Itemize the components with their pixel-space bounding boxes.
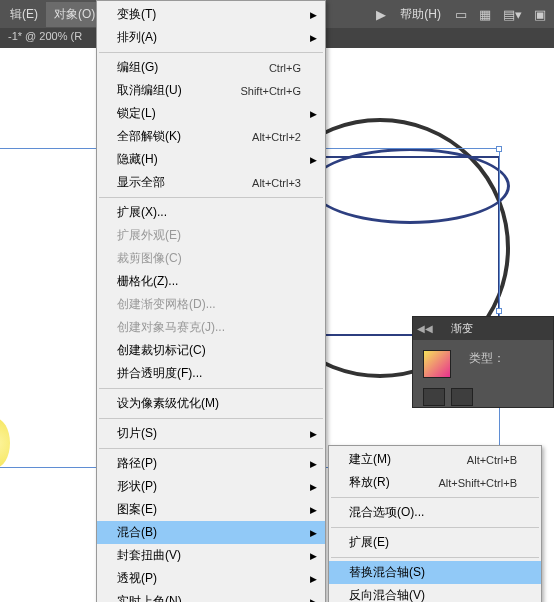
gradient-btn-2[interactable] — [451, 388, 473, 406]
menu-item-label: 实时上色(N) — [117, 593, 301, 602]
panel-icon-2[interactable]: ▦ — [473, 7, 497, 22]
object-menu-separator — [99, 197, 323, 198]
object-menu-item-8[interactable]: 显示全部Alt+Ctrl+3 — [97, 171, 325, 194]
menu-item-label: 释放(R) — [349, 474, 438, 491]
object-menu-item-14: 创建渐变网格(D)... — [97, 293, 325, 316]
object-menu-separator — [99, 388, 323, 389]
blend-menu-item-0[interactable]: 建立(M)Alt+Ctrl+B — [329, 448, 541, 471]
menu-item-label: 拼合透明度(F)... — [117, 365, 301, 382]
menu-item-shortcut: Alt+Ctrl+B — [467, 454, 517, 466]
object-menu-item-21[interactable]: 切片(S)▶ — [97, 422, 325, 445]
menu-item-label: 隐藏(H) — [117, 151, 301, 168]
menu-item-label: 裁剪图像(C) — [117, 250, 301, 267]
menu-item-label: 混合(B) — [117, 524, 301, 541]
object-menu-item-13[interactable]: 栅格化(Z)... — [97, 270, 325, 293]
submenu-arrow-icon: ▶ — [310, 574, 317, 584]
menu-item-label: 切片(S) — [117, 425, 301, 442]
blend-menu-item-8[interactable]: 反向混合轴(V) — [329, 584, 541, 602]
blend-menu-separator — [331, 527, 539, 528]
menu-item-shortcut: Alt+Ctrl+3 — [252, 177, 301, 189]
menu-item-label: 锁定(L) — [117, 105, 301, 122]
object-menu-item-26[interactable]: 混合(B)▶ — [97, 521, 325, 544]
blend-menu-item-7[interactable]: 替换混合轴(S) — [329, 561, 541, 584]
object-menu-item-27[interactable]: 封套扭曲(V)▶ — [97, 544, 325, 567]
object-menu-item-17[interactable]: 拼合透明度(F)... — [97, 362, 325, 385]
blend-menu-separator — [331, 497, 539, 498]
menu-item-label: 排列(A) — [117, 29, 301, 46]
object-menu-item-29[interactable]: 实时上色(N)▶ — [97, 590, 325, 602]
submenu-arrow-icon: ▶ — [310, 551, 317, 561]
menu-item-label: 封套扭曲(V) — [117, 547, 301, 564]
blend-menu-item-1[interactable]: 释放(R)Alt+Shift+Ctrl+B — [329, 471, 541, 494]
menu-item-label: 扩展(X)... — [117, 204, 301, 221]
gradient-type-label: 类型： — [469, 350, 505, 367]
menu-item-label: 反向混合轴(V) — [349, 587, 517, 602]
submenu-arrow-icon: ▶ — [310, 155, 317, 165]
menu-item-label: 创建裁切标记(C) — [117, 342, 301, 359]
menu-item-label: 取消编组(U) — [117, 82, 240, 99]
menu-item-label: 全部解锁(K) — [117, 128, 252, 145]
object-menu-separator — [99, 418, 323, 419]
panel-icon-1[interactable]: ▭ — [449, 7, 473, 22]
object-menu-separator — [99, 448, 323, 449]
menu-item-label: 创建渐变网格(D)... — [117, 296, 301, 313]
object-menu-item-1[interactable]: 排列(A)▶ — [97, 26, 325, 49]
submenu-arrow-icon: ▶ — [310, 459, 317, 469]
gradient-swatch[interactable] — [423, 350, 451, 378]
panel-icon-3[interactable]: ▤▾ — [497, 7, 528, 22]
submenu-arrow-icon: ▶ — [310, 109, 317, 119]
object-menu-item-24[interactable]: 形状(P)▶ — [97, 475, 325, 498]
menu-item-label: 设为像素级优化(M) — [117, 395, 301, 412]
gradient-btn-1[interactable] — [423, 388, 445, 406]
handle-tr[interactable] — [496, 146, 502, 152]
menu-item-shortcut: Shift+Ctrl+G — [240, 85, 301, 97]
menu-item-label: 形状(P) — [117, 478, 301, 495]
object-menu-item-4[interactable]: 取消编组(U)Shift+Ctrl+G — [97, 79, 325, 102]
menu-item-label: 建立(M) — [349, 451, 467, 468]
submenu-arrow-icon: ▶ — [310, 429, 317, 439]
handle-mr[interactable] — [496, 308, 502, 314]
panel-icon-4[interactable]: ▣ — [528, 7, 552, 22]
submenu-arrow-icon: ▶ — [310, 10, 317, 20]
panel-tab-gradient[interactable]: 渐变 — [441, 317, 483, 340]
object-menu-separator — [99, 52, 323, 53]
menu-item-label: 透视(P) — [117, 570, 301, 587]
menu-item-label: 编组(G) — [117, 59, 269, 76]
object-menu-item-6[interactable]: 全部解锁(K)Alt+Ctrl+2 — [97, 125, 325, 148]
menu-item-shortcut: Alt+Ctrl+2 — [252, 131, 301, 143]
menu-item-label: 混合选项(O)... — [349, 504, 517, 521]
menu-item-label: 路径(P) — [117, 455, 301, 472]
panel-collapse-icon[interactable]: ◀◀ — [413, 323, 437, 334]
menu-item-shortcut: Ctrl+G — [269, 62, 301, 74]
object-menu: 变换(T)▶排列(A)▶编组(G)Ctrl+G取消编组(U)Shift+Ctrl… — [96, 0, 326, 602]
tab-label: -1* @ 200% (R — [8, 30, 82, 42]
menu-item-label: 扩展外观(E) — [117, 227, 301, 244]
menu-item-shortcut: Alt+Shift+Ctrl+B — [438, 477, 517, 489]
menu-item-label: 变换(T) — [117, 6, 301, 23]
object-menu-item-0[interactable]: 变换(T)▶ — [97, 3, 325, 26]
object-menu-item-5[interactable]: 锁定(L)▶ — [97, 102, 325, 125]
submenu-arrow-icon: ▶ — [310, 33, 317, 43]
object-menu-item-23[interactable]: 路径(P)▶ — [97, 452, 325, 475]
menu-object[interactable]: 对象(O) — [46, 2, 103, 27]
menu-item-label: 图案(E) — [117, 501, 301, 518]
arrow-right-icon: ▶ — [370, 7, 392, 22]
object-menu-item-19[interactable]: 设为像素级优化(M) — [97, 392, 325, 415]
menu-item-label: 替换混合轴(S) — [349, 564, 517, 581]
object-menu-item-28[interactable]: 透视(P)▶ — [97, 567, 325, 590]
object-menu-item-7[interactable]: 隐藏(H)▶ — [97, 148, 325, 171]
object-menu-item-10[interactable]: 扩展(X)... — [97, 201, 325, 224]
blend-submenu: 建立(M)Alt+Ctrl+B释放(R)Alt+Shift+Ctrl+B混合选项… — [328, 445, 542, 602]
menu-item-label: 栅格化(Z)... — [117, 273, 301, 290]
object-menu-item-3[interactable]: 编组(G)Ctrl+G — [97, 56, 325, 79]
object-menu-item-11: 扩展外观(E) — [97, 224, 325, 247]
menu-edit[interactable]: 辑(E) — [2, 2, 46, 27]
gradient-panel: ◀◀ 渐变 类型： — [412, 316, 554, 408]
menu-help[interactable]: 帮助(H) — [392, 2, 449, 27]
blend-menu-item-3[interactable]: 混合选项(O)... — [329, 501, 541, 524]
blend-menu-item-5[interactable]: 扩展(E) — [329, 531, 541, 554]
object-menu-item-25[interactable]: 图案(E)▶ — [97, 498, 325, 521]
object-menu-item-16[interactable]: 创建裁切标记(C) — [97, 339, 325, 362]
blend-menu-separator — [331, 557, 539, 558]
submenu-arrow-icon: ▶ — [310, 528, 317, 538]
